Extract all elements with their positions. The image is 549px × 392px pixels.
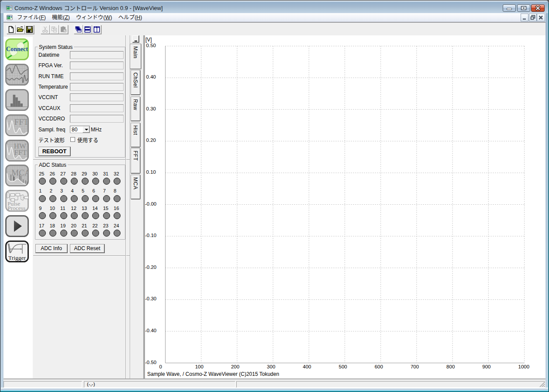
sidebar-button-histogram[interactable] [5,89,29,111]
mca-label: MCA [11,168,29,177]
y-tick-label--0.10: -0.10 [145,233,156,238]
adc-led-30 [92,178,99,185]
cascade-windows-button[interactable] [74,25,83,34]
adc-led-8 [114,195,121,202]
sidebar-button-trigger[interactable]: Trigger [5,241,29,262]
adc-led-21 [82,230,89,237]
field-label-vccint: VCCINT [38,94,58,100]
sampl-freq-dropdown-button[interactable] [83,126,90,133]
menu-item-3[interactable]: ヘルプ(H) [116,13,145,22]
minimize-button[interactable] [503,4,516,12]
tab-fft[interactable]: FFT [131,148,141,174]
tab-raw[interactable]: Raw [131,96,141,121]
menu-item-1[interactable]: 機能(Z) [49,13,73,22]
field-value-datetime [70,51,124,59]
mdi-close-button[interactable] [537,14,545,21]
open-file-icon [17,26,24,33]
adc-channel-number-4: 4 [71,188,74,193]
x-tick-label-700: 700 [411,364,419,370]
tab-label-chsel: ChSel [132,70,138,88]
sidebar-button-fft[interactable]: FFT [5,114,29,136]
adc-led-32 [114,178,121,185]
adc-led-22 [92,230,99,237]
system-status-title: System Status [38,44,74,50]
toolbar [3,23,546,35]
field-value-vccaux [70,104,124,112]
reboot-button[interactable]: REBOOT [38,147,71,156]
x-tick-label-0: 0 [159,364,162,370]
mdi-minimize-button[interactable] [521,14,528,21]
x-tick-label-1000: 1000 [518,364,530,370]
window-title: Cosmo-Z Windows コントロール Version 0.9 - [Wa… [14,3,163,12]
open-file-button[interactable] [16,25,25,34]
y-tick-label-0.30: 0.30 [145,106,156,112]
sidebar-button-hwfft[interactable]: HW FFT [5,140,29,162]
adc-led-14 [92,212,99,219]
adc-channel-number-23: 23 [103,223,108,228]
sampl-freq-combo[interactable]: 80 [70,126,90,133]
tab-label-main: Main [132,44,138,58]
sidebar-button-play[interactable] [5,215,29,237]
panel-separator-2 [33,255,130,256]
y-tick-label--0.30: -0.30 [145,296,156,302]
tile-horizontal-button[interactable] [83,25,92,34]
paste-button[interactable] [59,25,68,34]
y-tick-label--0.40: -0.40 [145,328,156,334]
adc-led-5 [82,195,89,202]
adc-led-29 [82,178,89,185]
adc-led-27 [60,178,67,185]
adc-reset-button[interactable]: ADC Reset [70,244,105,253]
adc-channel-number-24: 24 [114,223,119,228]
adc-channel-number-3: 3 [60,188,63,193]
tab-chsel[interactable]: ChSel [131,70,141,95]
adc-channel-number-30: 30 [92,171,97,176]
cut-button[interactable] [41,25,50,34]
y-tick-label-0.10: 0.10 [145,169,156,175]
copy-button[interactable] [50,25,59,34]
field-value-fpga-ver- [70,62,124,69]
maximize-button[interactable] [517,4,530,12]
mdi-child-icon[interactable] [7,14,13,21]
adc-channel-number-1: 1 [39,188,41,193]
adc-led-24 [114,230,121,237]
adc-channel-number-28: 28 [71,171,76,176]
test-wave-label: テスト波形 [38,136,65,144]
paste-icon [60,26,67,33]
new-file-button[interactable] [7,25,16,34]
tab-main[interactable]: Main [130,44,142,69]
menu-item-2[interactable]: ウィンドウ(W) [73,13,115,22]
app-window: Cosmo-Z Windows コントロール Version 0.9 - [Wa… [0,0,549,392]
sidebar-button-connect[interactable]: Connect [5,38,29,60]
y-tick-label--0.00: -0.00 [145,201,156,207]
close-button[interactable] [531,4,545,12]
menu-item-0[interactable]: ファイル(F) [14,13,48,22]
x-tick-label-500: 500 [339,364,347,370]
adc-channel-number-5: 5 [82,188,84,193]
sidebar-button-pulse-process[interactable]: Pulse Process [5,190,29,212]
adc-channel-number-17: 17 [39,223,44,228]
adc-channel-number-31: 31 [103,171,108,176]
x-tick-label-900: 900 [482,364,490,370]
save-file-button[interactable] [25,25,34,34]
test-wave-checkbox[interactable] [70,137,75,142]
sidebar-button-mca[interactable]: MCA [5,165,29,186]
tab-label-mca: MCA [132,175,138,189]
adc-channel-number-8: 8 [114,188,116,193]
tab-hist[interactable]: Hist [131,123,141,148]
y-tick-label--0.50: -0.50 [145,360,156,365]
tile-vertical-button[interactable] [92,25,101,34]
adc-info-button[interactable]: ADC Info [35,244,68,253]
resize-grip-icon[interactable] [539,382,545,387]
adc-led-3 [60,195,67,202]
field-value-run-time [70,72,124,80]
minimize-icon [503,5,515,11]
adc-channel-number-6: 6 [92,188,95,193]
panel-collapse-button[interactable] [132,35,139,43]
tab-mca[interactable]: MCA [131,175,141,199]
y-tick-label-0.20: 0.20 [145,138,156,143]
mdi-restore-button[interactable] [529,14,537,21]
field-value-vccint [70,93,124,101]
pulse-label-2: Process [7,205,25,211]
sidebar-button-waveview[interactable] [5,64,29,86]
field-label-run-time: RUN TIME [38,73,64,79]
